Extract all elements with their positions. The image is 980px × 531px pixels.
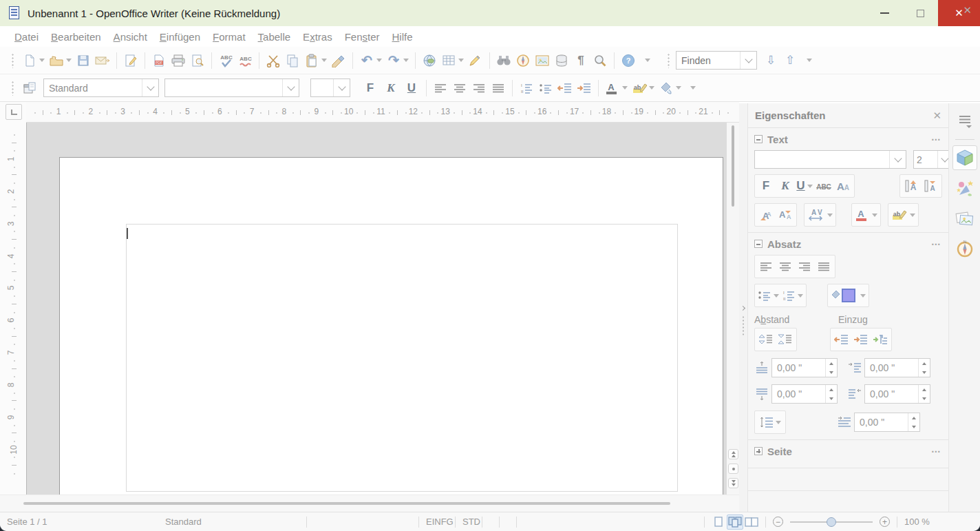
- sidebar-underline-button[interactable]: U: [795, 176, 814, 196]
- font-size-combobox[interactable]: [310, 79, 350, 97]
- data-sources-button[interactable]: [552, 50, 571, 71]
- hanging-indent-button[interactable]: [871, 330, 890, 349]
- page-preview-button[interactable]: [188, 50, 207, 71]
- find-overflow-button[interactable]: [800, 50, 819, 71]
- spinner-buttons[interactable]: [908, 413, 919, 431]
- toolbar-grip[interactable]: [11, 53, 14, 68]
- sidebar-font-size-input[interactable]: [914, 154, 937, 165]
- minimize-button[interactable]: [866, 0, 902, 26]
- paragraph-panel-more-button[interactable]: ⋯: [931, 238, 942, 249]
- redo-button[interactable]: ↷: [384, 50, 411, 71]
- zoom-out-button[interactable]: −: [773, 517, 783, 527]
- undo-button[interactable]: ↶: [357, 50, 384, 71]
- paragraph-style-input[interactable]: [44, 83, 142, 94]
- open-button[interactable]: [47, 50, 74, 71]
- decrease-font-size-button[interactable]: AA: [776, 205, 795, 225]
- next-page-button[interactable]: [728, 478, 738, 488]
- navigator-button[interactable]: [513, 50, 533, 71]
- status-page[interactable]: Seite 1 / 1: [0, 517, 158, 527]
- spellcheck-button[interactable]: ABC: [216, 50, 235, 71]
- space-below-field[interactable]: 0,00 ": [771, 384, 838, 404]
- sidebar-font-name-combobox[interactable]: [754, 150, 906, 169]
- find-next-button[interactable]: ⇩: [761, 50, 780, 71]
- sidebar-change-case-button[interactable]: AA: [833, 176, 853, 196]
- menu-item-hilfe[interactable]: Hilfe: [386, 28, 419, 45]
- sidebar-bullet-list-button[interactable]: [756, 286, 780, 305]
- paragraph-panel-header[interactable]: Absatz ⋯: [748, 233, 948, 255]
- edit-file-button[interactable]: [121, 50, 140, 71]
- sidebar-numbered-list-button[interactable]: III: [780, 286, 805, 305]
- close-button[interactable]: ✕: [938, 0, 980, 26]
- horizontal-scrollbar-thumb[interactable]: [23, 502, 670, 505]
- vertical-scrollbar[interactable]: [727, 123, 739, 494]
- spinner-buttons[interactable]: [825, 359, 837, 377]
- align-justify-button[interactable]: [489, 78, 508, 98]
- previous-page-button[interactable]: [728, 449, 738, 459]
- paragraph-style-dropdown[interactable]: [142, 79, 158, 96]
- first-line-indent-field[interactable]: 0,00 ": [854, 413, 920, 432]
- shrink-font-ruler-button[interactable]: A: [921, 176, 940, 196]
- status-selection-mode[interactable]: STD: [456, 517, 482, 527]
- page-panel-more-button[interactable]: ⋯: [931, 446, 942, 457]
- formatting-marks-button[interactable]: ¶: [571, 50, 590, 71]
- italic-button[interactable]: K: [381, 78, 401, 98]
- indent-after-field[interactable]: 0,00 ": [864, 384, 930, 404]
- sidebar-font-size-combobox[interactable]: [913, 150, 952, 169]
- indent-before-field[interactable]: 0,00 ": [864, 358, 930, 377]
- single-page-view-button[interactable]: [710, 514, 727, 530]
- vertical-ruler[interactable]: 12345678910: [0, 123, 26, 494]
- sidebar-increase-indent-button[interactable]: [851, 330, 871, 349]
- close-document-icon[interactable]: ✕: [963, 4, 972, 17]
- save-button[interactable]: [74, 50, 93, 71]
- find-toolbar-grip[interactable]: [667, 53, 670, 68]
- menu-item-bearbeiten[interactable]: Bearbeiten: [45, 28, 107, 45]
- increase-indent-button[interactable]: [575, 78, 594, 98]
- toolbar-overflow-button[interactable]: [638, 50, 657, 71]
- email-document-button[interactable]: [93, 50, 112, 71]
- insert-table-button[interactable]: [439, 50, 466, 71]
- spinner-buttons[interactable]: [825, 385, 837, 403]
- hyperlink-button[interactable]: [420, 50, 439, 71]
- sidebar-close-icon[interactable]: ✕: [933, 110, 941, 122]
- cut-button[interactable]: [264, 50, 283, 71]
- tab-styles-button[interactable]: [952, 176, 977, 200]
- menu-item-einfuegen[interactable]: Einfügen: [153, 28, 206, 45]
- sidebar-font-name-input[interactable]: [755, 154, 889, 165]
- zoom-in-button[interactable]: +: [880, 517, 890, 527]
- menu-item-ansicht[interactable]: Ansicht: [107, 28, 153, 45]
- draw-functions-button[interactable]: [466, 50, 485, 71]
- space-above-field[interactable]: 0,00 ": [771, 358, 838, 377]
- sidebar-highlighting-button[interactable]: ab: [890, 205, 917, 225]
- find-replace-button[interactable]: [494, 50, 513, 71]
- auto-spellcheck-button[interactable]: ABC: [235, 50, 255, 71]
- font-name-input[interactable]: [165, 83, 282, 94]
- menu-item-extras[interactable]: Extras: [297, 28, 339, 45]
- tab-stop-selector[interactable]: [6, 104, 22, 120]
- spinner-buttons[interactable]: [918, 359, 930, 377]
- increase-font-size-button[interactable]: AA: [756, 205, 776, 225]
- zoom-percentage[interactable]: 100 %: [897, 517, 937, 527]
- font-color-button[interactable]: A: [603, 78, 630, 98]
- sidebar-font-name-dropdown[interactable]: [889, 151, 906, 168]
- zoom-button[interactable]: [590, 50, 610, 71]
- highlighting-button[interactable]: ab: [630, 78, 657, 98]
- tab-gallery-button[interactable]: [952, 206, 977, 231]
- sidebar-font-color-button[interactable]: A: [853, 205, 879, 225]
- navigation-button[interactable]: [728, 464, 738, 474]
- sidebar-italic-button[interactable]: K: [776, 176, 795, 196]
- document-workspace[interactable]: [26, 123, 727, 494]
- decrease-spacing-button[interactable]: [776, 330, 795, 349]
- status-insert-mode[interactable]: EINFG: [419, 517, 455, 527]
- gallery-button[interactable]: [533, 50, 552, 71]
- horizontal-scrollbar[interactable]: [0, 494, 739, 512]
- numbered-list-button[interactable]: III: [517, 78, 536, 98]
- bold-button[interactable]: F: [360, 78, 381, 98]
- book-view-button[interactable]: [743, 514, 760, 530]
- collapse-icon[interactable]: [754, 135, 763, 143]
- find-dropdown[interactable]: [740, 52, 756, 69]
- export-pdf-button[interactable]: PDF: [149, 50, 169, 71]
- format-paintbrush-button[interactable]: [329, 50, 348, 71]
- sidebar-decrease-indent-button[interactable]: [832, 330, 851, 349]
- bullet-list-button[interactable]: [536, 78, 555, 98]
- sidebar-align-justify-button[interactable]: [814, 257, 833, 276]
